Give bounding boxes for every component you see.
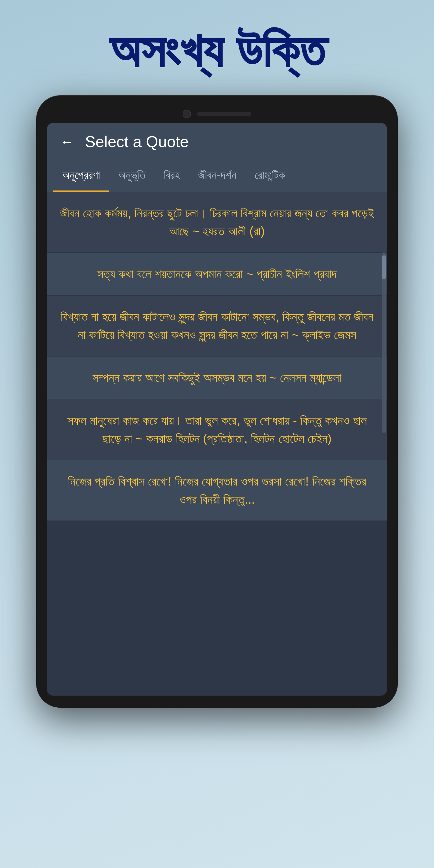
app-title: অসংখ্য উক্তি xyxy=(109,24,325,77)
phone-camera xyxy=(183,110,191,118)
scrollbar-thumb[interactable] xyxy=(382,255,386,279)
tab-feelings[interactable]: অনুভূতি xyxy=(109,160,155,192)
phone-notch-area xyxy=(47,107,387,123)
screen-title: Select a Quote xyxy=(85,133,189,151)
screen-header: ← Select a Quote xyxy=(47,123,387,160)
quote-item[interactable]: সম্পন্ন করার আগে সবকিছুই অসম্ভব মনে হয় … xyxy=(47,356,387,399)
tab-philosophy[interactable]: জীবন-দর্শন xyxy=(189,160,246,192)
phone-speaker xyxy=(197,112,251,116)
quote-text: বিখ্যাত না হয়ে জীবন কাটালেও সুন্দর জীবন… xyxy=(58,308,376,344)
quote-text: সম্পন্ন করার আগে সবকিছুই অসম্ভব মনে হয় … xyxy=(58,369,376,387)
phone-wrapper: ← Select a Quote অনুপ্রেরণা অনুভূতি বিরহ… xyxy=(24,95,410,708)
quotes-list: জীবন হোক কর্মময়, নিরন্তর ছুটে চলা। চিরক… xyxy=(47,192,387,521)
quote-text: জীবন হোক কর্মময়, নিরন্তর ছুটে চলা। চিরক… xyxy=(58,204,376,240)
quote-text: নিজের প্রতি বিশ্বাস রেখো! নিজের যোগ্যতার… xyxy=(58,472,376,508)
quote-text: সফল মানুষেরা কাজ করে যায়। তারা ভুল করে,… xyxy=(58,411,376,447)
phone-frame: ← Select a Quote অনুপ্রেরণা অনুভূতি বিরহ… xyxy=(36,95,398,708)
quote-item[interactable]: নিজের প্রতি বিশ্বাস রেখো! নিজের যোগ্যতার… xyxy=(47,460,387,521)
quote-item[interactable]: সফল মানুষেরা কাজ করে যায়। তারা ভুল করে,… xyxy=(47,399,387,460)
tab-separation[interactable]: বিরহ xyxy=(155,160,189,192)
phone-screen: ← Select a Quote অনুপ্রেরণা অনুভূতি বিরহ… xyxy=(47,123,387,695)
back-button[interactable]: ← xyxy=(58,133,76,151)
tabs-container: অনুপ্রেরণা অনুভূতি বিরহ জীবন-দর্শন রোমান… xyxy=(47,160,387,192)
scrollbar-track[interactable] xyxy=(382,252,386,433)
quote-item[interactable]: জীবন হোক কর্মময়, নিরন্তর ছুটে চলা। চিরক… xyxy=(47,192,387,253)
app-title-area: অসংখ্য উক্তি xyxy=(0,0,434,95)
quote-text: সত্য কথা বলে শয়তানকে অপমান করো ~ প্রাচী… xyxy=(58,265,376,283)
tab-romantic[interactable]: রোমান্টিক xyxy=(246,160,294,192)
quote-item[interactable]: সত্য কথা বলে শয়তানকে অপমান করো ~ প্রাচী… xyxy=(47,253,387,296)
tab-inspiration[interactable]: অনুপ্রেরণা xyxy=(53,160,109,192)
quote-item[interactable]: বিখ্যাত না হয়ে জীবন কাটালেও সুন্দর জীবন… xyxy=(47,296,387,356)
